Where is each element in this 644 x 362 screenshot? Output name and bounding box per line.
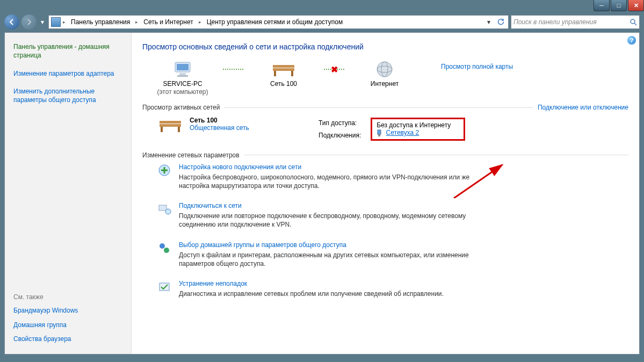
- connection-broken-icon: ✖: [331, 64, 338, 75]
- sidebar-home-link[interactable]: Панель управления - домашняя страница: [13, 42, 124, 60]
- divider: [244, 155, 628, 155]
- task-desc: Подключение или повторное подключение к …: [179, 212, 480, 229]
- task-connect-network[interactable]: Подключиться к сети Подключение или повт…: [157, 202, 628, 229]
- svg-point-23: [160, 243, 165, 249]
- task-title[interactable]: Выбор домашней группы и параметров общег…: [179, 241, 346, 249]
- access-type-label: Тип доступа:: [319, 117, 371, 129]
- bench-icon: [243, 60, 324, 79]
- svg-rect-14: [160, 124, 181, 127]
- svg-line-1: [634, 23, 636, 25]
- breadcrumb-level1[interactable]: Панель управления: [68, 17, 133, 27]
- view-full-map-link[interactable]: Просмотр полной карты: [441, 63, 513, 70]
- nav-history-dropdown[interactable]: ▾: [39, 17, 46, 27]
- computer-icon: [142, 60, 223, 79]
- active-networks-title: Просмотр активных сетей: [142, 104, 220, 111]
- adapter-icon: [377, 129, 382, 137]
- search-icon: [629, 18, 637, 26]
- address-dropdown-button[interactable]: ▾: [483, 17, 494, 27]
- nav-back-button[interactable]: [4, 15, 19, 30]
- help-icon[interactable]: ?: [627, 36, 636, 45]
- see-also-homegroup[interactable]: Домашняя группа: [13, 321, 124, 329]
- map-connection-broken: ✖: [324, 60, 344, 79]
- map-network-label: Сеть 100: [243, 80, 324, 88]
- see-also-label: См. также: [13, 293, 124, 301]
- breadcrumb-sep: ▸: [199, 19, 201, 25]
- task-troubleshoot[interactable]: Устранение неполадок Диагностика и испра…: [157, 280, 628, 298]
- troubleshoot-icon: [157, 280, 171, 294]
- breadcrumb-level2[interactable]: Сеть и Интернет: [140, 17, 196, 27]
- svg-rect-15: [161, 127, 163, 132]
- map-connection-line: [223, 60, 243, 79]
- svg-rect-5: [177, 75, 188, 77]
- breadcrumb-sep: ▸: [135, 19, 138, 25]
- svg-rect-16: [178, 127, 180, 132]
- control-panel-icon: [51, 17, 61, 27]
- main-content: ? Просмотр основных сведений о сети и на…: [132, 33, 639, 354]
- svg-point-10: [377, 62, 392, 77]
- window-close-button[interactable]: ✕: [628, 0, 644, 11]
- map-node-computer: SERVICE-PC (этот компьютер): [142, 60, 223, 96]
- homegroup-icon: [157, 241, 171, 255]
- svg-rect-6: [273, 65, 294, 68]
- access-type-value: Без доступа к Интернету: [377, 121, 451, 129]
- svg-rect-17: [378, 130, 381, 134]
- svg-point-0: [631, 19, 635, 24]
- svg-rect-9: [291, 71, 293, 76]
- map-node-internet: Интернет: [344, 60, 425, 88]
- task-title[interactable]: Устранение неполадок: [179, 280, 247, 287]
- sidebar-link-advanced-sharing[interactable]: Изменить дополнительные параметры общего…: [13, 87, 124, 104]
- task-desc: Настройка беспроводного, широкополосного…: [179, 173, 480, 190]
- sidebar: Панель управления - домашняя страница Из…: [5, 33, 132, 354]
- svg-point-24: [164, 248, 169, 253]
- task-desc: Доступ к файлам и принтерам, расположенн…: [179, 251, 480, 268]
- svg-rect-8: [274, 71, 276, 76]
- window-minimize-button[interactable]: ─: [594, 0, 610, 11]
- svg-rect-7: [273, 68, 294, 71]
- connect-disconnect-link[interactable]: Подключение или отключение: [538, 104, 628, 111]
- map-computer-label: SERVICE-PC: [142, 80, 223, 88]
- task-new-connection[interactable]: Настройка нового подключения или сети На…: [157, 163, 628, 190]
- svg-rect-25: [160, 283, 169, 291]
- svg-rect-13: [160, 121, 181, 124]
- new-connection-icon: [157, 163, 171, 177]
- network-type-link[interactable]: Общественная сеть: [190, 124, 249, 132]
- change-settings-title: Изменение сетевых параметров: [142, 151, 240, 159]
- breadcrumb-level3[interactable]: Центр управления сетями и общим доступом: [204, 17, 346, 27]
- globe-icon: [344, 60, 425, 79]
- see-also-firewall[interactable]: Брандмауэр Windows: [13, 306, 124, 315]
- svg-rect-21: [159, 205, 167, 211]
- task-homegroup[interactable]: Выбор домашней группы и параметров общег…: [157, 241, 628, 268]
- search-input[interactable]: Поиск в панели управления: [511, 15, 640, 29]
- network-name: Сеть 100: [190, 117, 249, 124]
- task-desc: Диагностика и исправление сетевых пробле…: [179, 289, 444, 298]
- nav-forward-button[interactable]: [21, 15, 37, 30]
- search-placeholder: Поиск в панели управления: [513, 18, 597, 26]
- map-node-network: Сеть 100: [243, 60, 324, 88]
- annotation-highlight-box: Без доступа к Интернету Сетевуха 2: [371, 118, 465, 141]
- task-title[interactable]: Настройка нового подключения или сети: [179, 163, 301, 171]
- breadcrumb-sep: ▸: [63, 19, 66, 25]
- sidebar-link-adapter-settings[interactable]: Изменение параметров адаптера: [13, 69, 124, 78]
- window-maximize-button[interactable]: □: [611, 0, 627, 11]
- address-bar[interactable]: ▸ Панель управления ▸ Сеть и Интернет ▸ …: [48, 15, 509, 29]
- bench-icon: [157, 117, 183, 142]
- connection-link[interactable]: Сетевуха 2: [386, 129, 419, 136]
- see-also-browser[interactable]: Свойства браузера: [13, 335, 124, 343]
- connections-label: Подключения:: [319, 129, 371, 141]
- svg-rect-4: [179, 73, 186, 75]
- refresh-button[interactable]: [495, 17, 506, 27]
- svg-rect-18: [378, 134, 380, 136]
- connect-network-icon: [157, 202, 171, 216]
- map-computer-sublabel: (этот компьютер): [142, 88, 223, 96]
- divider: [224, 107, 533, 108]
- svg-rect-3: [177, 64, 189, 70]
- task-title[interactable]: Подключиться к сети: [179, 202, 242, 209]
- page-title: Просмотр основных сведений о сети и наст…: [142, 42, 628, 51]
- map-internet-label: Интернет: [344, 80, 425, 88]
- svg-point-22: [165, 209, 171, 214]
